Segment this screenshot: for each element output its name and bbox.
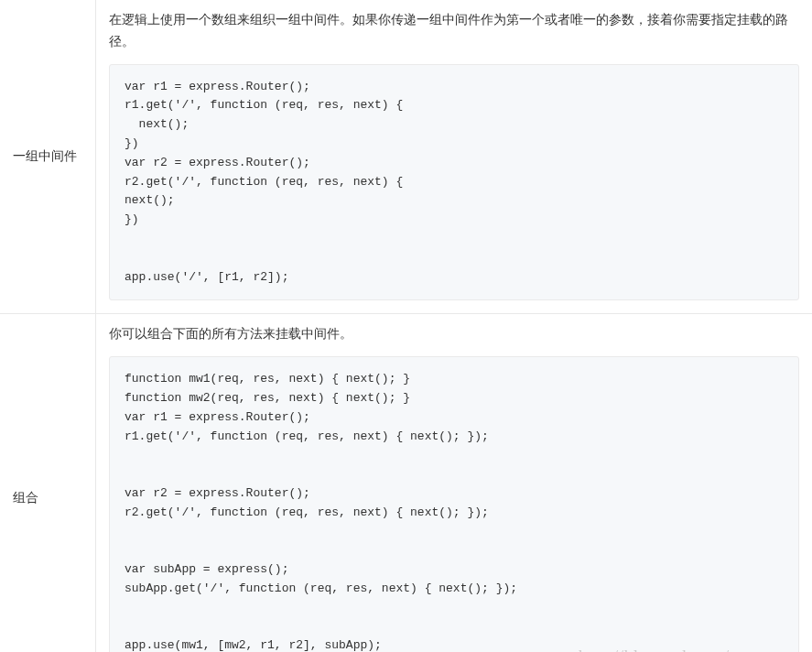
label-text: 组合 [13,490,38,506]
label-text: 一组中间件 [13,148,77,165]
description-text: 你可以组合下面的所有方法来挂载中间件。 [96,314,812,349]
code-block: var r1 = express.Router(); r1.get('/', f… [109,64,799,301]
code-block: function mw1(req, res, next) { next(); }… [109,356,799,652]
document-container: 一组中间件 在逻辑上使用一个数组来组织一组中间件。如果你传递一组中间件作为第一个… [0,0,812,652]
row-label: 组合 [0,314,96,652]
table-row: 组合 你可以组合下面的所有方法来挂载中间件。 function mw1(req,… [0,314,812,652]
description-text: 在逻辑上使用一个数组来组织一组中间件。如果你传递一组中间件作为第一个或者唯一的参… [96,0,812,57]
table-row: 一组中间件 在逻辑上使用一个数组来组织一组中间件。如果你传递一组中间件作为第一个… [0,0,812,314]
row-label: 一组中间件 [0,0,96,313]
row-content: 在逻辑上使用一个数组来组织一组中间件。如果你传递一组中间件作为第一个或者唯一的参… [96,0,812,313]
row-content: 你可以组合下面的所有方法来挂载中间件。 function mw1(req, re… [96,314,812,652]
